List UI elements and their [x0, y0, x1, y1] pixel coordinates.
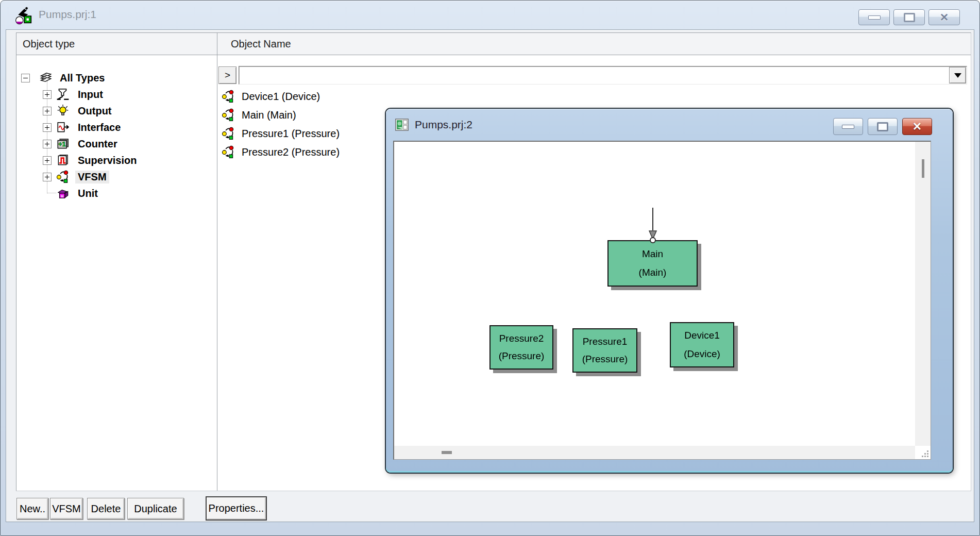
project-diagram-window: Pumps.prj:2 ✕ Main(Main)Pressure2(Pressu…	[386, 109, 953, 473]
object-type-header[interactable]: Object type	[16, 33, 217, 55]
node-name: Main	[642, 248, 663, 260]
tree-item-label: Output	[75, 105, 114, 118]
tree-item-interface[interactable]: Interface	[43, 119, 123, 136]
resize-grip[interactable]	[920, 448, 929, 458]
node-type: (Main)	[639, 267, 667, 278]
delete-button[interactable]: Delete	[87, 498, 125, 520]
tree-item-output[interactable]: Output	[43, 103, 114, 119]
initial-transition-line	[652, 208, 653, 230]
vfsm-icon	[56, 170, 70, 183]
tree-item-label: All Types	[57, 72, 107, 85]
inner-minimize-button[interactable]	[833, 118, 863, 135]
close-button[interactable]: ✕	[928, 9, 960, 25]
close-icon: ✕	[940, 12, 949, 23]
horizontal-scrollbar[interactable]	[394, 446, 915, 459]
object-type-header-label: Object type	[23, 38, 75, 50]
close-icon: ✕	[913, 121, 922, 132]
object-list-item-label: Device1 (Device)	[242, 91, 320, 103]
vfsm-icon	[222, 145, 235, 159]
diagram-canvas[interactable]: Main(Main)Pressure2(Pressure)Pressure1(P…	[393, 141, 931, 460]
inner-titlebar[interactable]: Pumps.prj:2 ✕	[386, 109, 953, 140]
tree-item-label: Input	[75, 88, 106, 101]
minimize-icon	[842, 125, 854, 129]
state-node-main[interactable]: Main(Main)	[607, 240, 698, 287]
all-types-icon	[39, 71, 53, 85]
unit-icon: u	[56, 187, 70, 200]
expand-toggle[interactable]	[43, 107, 52, 115]
output-icon	[56, 104, 70, 118]
column-headers: Object type Object Name	[16, 33, 971, 55]
svg-text:+1: +1	[58, 140, 66, 148]
tree-connector-stub	[47, 193, 56, 193]
inner-maximize-button[interactable]	[868, 118, 898, 135]
window-title: Pumps.prj:1	[39, 8, 96, 21]
tree-item-unit[interactable]: uUnit	[43, 185, 100, 202]
properties-button[interactable]: Properties...	[206, 496, 267, 521]
tree-item-label: Unit	[75, 187, 100, 200]
node-type: (Pressure)	[499, 350, 545, 362]
object-list-item-label: Pressure1 (Pressure)	[242, 128, 340, 140]
chevron-down-icon	[954, 73, 961, 81]
new-button[interactable]: New..	[16, 498, 48, 520]
expand-toggle[interactable]	[43, 173, 52, 181]
interface-icon	[56, 121, 70, 134]
node-name: Pressure2	[499, 333, 544, 344]
tree-item-label: Interface	[75, 121, 123, 134]
tree-item-input[interactable]: Input	[43, 86, 106, 103]
horizontal-scrollbar-thumb[interactable]	[442, 451, 452, 454]
expand-toggle[interactable]	[43, 123, 52, 132]
object-name-header-label: Object Name	[231, 38, 291, 50]
object-name-header[interactable]: Object Name	[217, 33, 971, 55]
expand-toggle[interactable]	[43, 90, 52, 99]
minimize-icon	[868, 15, 881, 20]
counter-icon: +1	[56, 137, 70, 150]
node-name: Device1	[684, 330, 720, 341]
inner-close-button[interactable]: ✕	[902, 118, 932, 135]
node-type: (Device)	[684, 348, 720, 360]
expand-toggle[interactable]	[43, 140, 52, 148]
tree-item-label: Counter	[75, 138, 120, 150]
svg-text:u: u	[61, 193, 64, 198]
minimize-button[interactable]	[858, 9, 890, 25]
duplicate-button[interactable]: Duplicate	[127, 498, 184, 520]
object-list-item[interactable]: Device1 (Device)	[218, 87, 971, 106]
entry-point-connector[interactable]	[650, 237, 656, 243]
tree-item-all-types[interactable]: All Types	[21, 70, 107, 86]
state-node-pressure2[interactable]: Pressure2(Pressure)	[489, 325, 553, 370]
object-name-combobox[interactable]	[239, 66, 967, 85]
diagram-window-icon	[395, 118, 409, 132]
supervision-icon	[56, 154, 70, 167]
node-type: (Pressure)	[582, 354, 628, 365]
object-type-tree: All Types Input Output Interface +1Count…	[16, 55, 217, 491]
inner-window-title: Pumps.prj:2	[415, 119, 472, 131]
input-icon	[56, 88, 70, 101]
combobox-dropdown-button[interactable]	[949, 67, 966, 83]
expand-toggle[interactable]	[43, 156, 52, 165]
tree-item-counter[interactable]: +1Counter	[43, 136, 120, 152]
maximize-icon	[904, 13, 915, 22]
name-filter-expand-button[interactable]: >	[218, 66, 236, 84]
tree-item-label: VFSM	[75, 171, 109, 183]
maximize-icon	[877, 122, 888, 131]
main-window: Pumps.prj:1 ✕ Object type Object Name	[0, 0, 980, 536]
vertical-scrollbar-thumb[interactable]	[922, 159, 924, 178]
state-node-pressure1[interactable]: Pressure1(Pressure)	[572, 328, 637, 373]
object-list-item-label: Pressure2 (Pressure)	[242, 146, 340, 158]
vfsm-button[interactable]: VFSM	[50, 498, 83, 520]
collapse-toggle[interactable]	[21, 74, 30, 82]
node-name: Pressure1	[583, 336, 628, 347]
tree-item-vfsm[interactable]: VFSM	[43, 169, 109, 185]
object-list-item-label: Main (Main)	[242, 109, 296, 121]
tree-item-supervision[interactable]: Supervision	[43, 152, 139, 169]
maximize-button[interactable]	[893, 9, 925, 25]
state-node-device1[interactable]: Device1(Device)	[670, 322, 734, 367]
vfsm-icon	[222, 90, 235, 103]
app-icon	[14, 6, 33, 25]
vfsm-icon	[222, 108, 235, 122]
vertical-scrollbar[interactable]	[915, 142, 931, 446]
vfsm-icon	[222, 127, 235, 140]
outer-titlebar[interactable]: Pumps.prj:1 ✕	[1, 1, 979, 29]
tree-item-label: Supervision	[75, 154, 139, 167]
